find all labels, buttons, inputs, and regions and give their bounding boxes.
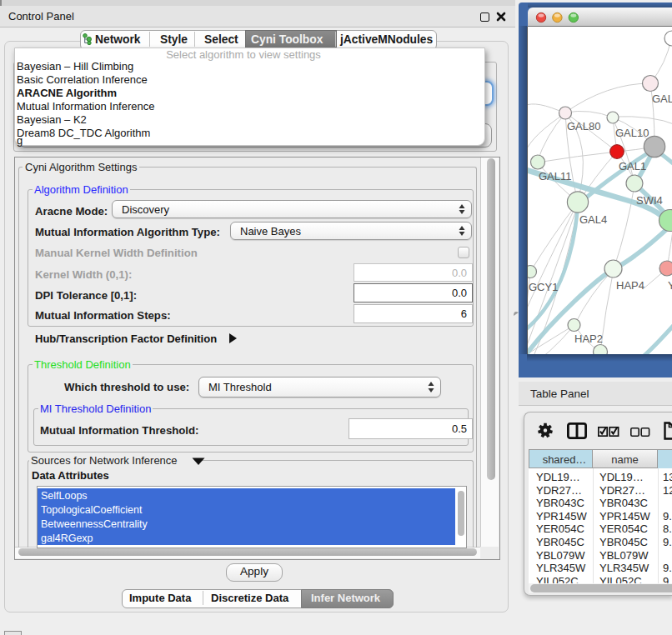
- svg-text:HAP2: HAP2: [574, 332, 603, 345]
- svg-text:GCY1: GCY1: [529, 281, 558, 293]
- svg-text:GAL11: GAL11: [539, 170, 572, 182]
- svg-text:GAL80: GAL80: [567, 120, 600, 132]
- svg-text:GAL4: GAL4: [579, 213, 607, 226]
- svg-text:HAP4: HAP4: [616, 279, 644, 292]
- svg-text:GAL10: GAL10: [615, 127, 649, 139]
- svg-text:GAL1: GAL1: [619, 160, 646, 172]
- svg-text:GAL7: GAL7: [652, 92, 672, 105]
- svg-text:Y: Y: [668, 279, 672, 292]
- svg-text:SWI4: SWI4: [636, 194, 663, 207]
